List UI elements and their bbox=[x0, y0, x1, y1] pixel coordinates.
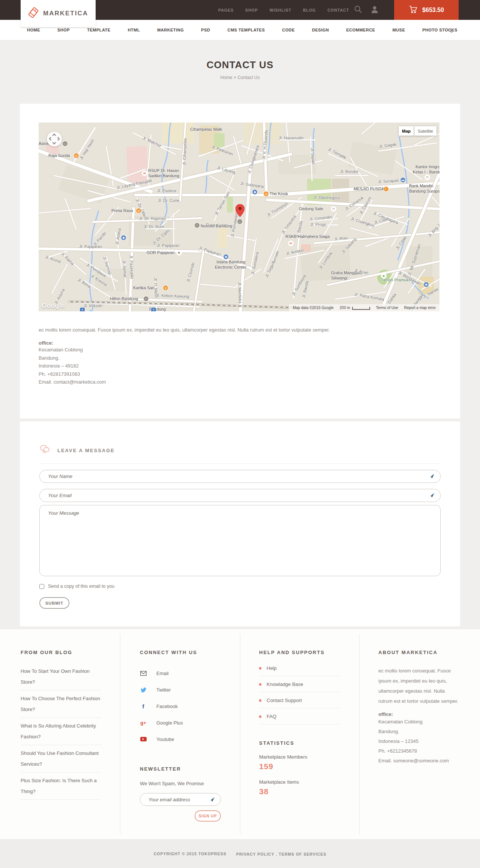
stat-label: Marketplace Items bbox=[259, 779, 340, 785]
map-label: MESJID PUSDAI bbox=[354, 187, 385, 191]
help-link-contact-support[interactable]: Contact Support bbox=[259, 697, 340, 708]
pan-right-icon[interactable] bbox=[56, 137, 60, 141]
report-error-link[interactable]: Report a map error bbox=[404, 306, 436, 310]
youtube-icon bbox=[140, 737, 147, 741]
divider bbox=[240, 634, 240, 835]
satellite-button[interactable]: Satellite bbox=[414, 126, 436, 136]
map-pan-control[interactable] bbox=[47, 131, 62, 146]
signup-button[interactable]: SIGN UP bbox=[195, 810, 221, 822]
main-nav-html[interactable]: HTML bbox=[128, 28, 140, 32]
social-facebook[interactable]: fFacebook bbox=[140, 698, 221, 714]
terms-of-services-link[interactable]: TERMS OF SERVICES bbox=[279, 852, 326, 856]
page: MARKETICA PAGESSHOPWISHLISTBLOGCONTACT $… bbox=[0, 0, 480, 868]
message-textarea[interactable] bbox=[39, 505, 441, 576]
top-nav-contact[interactable]: CONTACT bbox=[327, 8, 349, 12]
office-line: Email. contact@marketica.com bbox=[39, 378, 441, 386]
map-label: Kelas I - Bandung bbox=[413, 170, 440, 174]
about-line: Kecamatan Coblong bbox=[378, 717, 459, 727]
main-nav-template[interactable]: TEMPLATE bbox=[87, 28, 110, 32]
map-canvas[interactable]: Map Satellite Google Map data ©2015 Goog… bbox=[39, 123, 440, 311]
logo[interactable]: MARKETICA bbox=[21, 0, 96, 27]
map-marker-icon[interactable] bbox=[236, 204, 244, 218]
main-nav-design[interactable]: DESIGN bbox=[312, 28, 329, 32]
map-poi-shop-icon: ◆ bbox=[424, 282, 429, 287]
map-poi-bank-icon: ▬ bbox=[400, 178, 405, 182]
map-label: Jl. Industri bbox=[84, 303, 102, 308]
social-email[interactable]: Email bbox=[140, 665, 221, 681]
page-title: CONTACT US bbox=[0, 40, 480, 71]
map-label: Jl. Merdeka bbox=[237, 282, 243, 303]
newsletter-input[interactable] bbox=[140, 793, 221, 806]
pen-icon bbox=[429, 493, 435, 499]
send-copy-row: Send a copy of this email to you bbox=[39, 584, 441, 589]
help-link-knowladge-base[interactable]: Knowladge Base bbox=[259, 681, 340, 692]
map-label: Jl. Pasteur bbox=[157, 188, 177, 193]
map-label: Jl. Bondol bbox=[340, 169, 358, 174]
map-poi-rest-icon: ψ bbox=[74, 153, 79, 158]
blog-post-link[interactable]: How To Start Your Own Fashion Store? bbox=[21, 666, 102, 690]
email-input[interactable] bbox=[39, 489, 441, 502]
chevron-down-icon[interactable] bbox=[449, 28, 454, 34]
map-label: Gedung Sate bbox=[299, 206, 323, 211]
social-twitter[interactable]: Twitter bbox=[140, 681, 221, 698]
main-nav-ecommerce[interactable]: ECOMMERCE bbox=[346, 28, 375, 32]
breadcrumb-separator: > bbox=[234, 75, 236, 80]
map-label: Jl. Cihampelas bbox=[182, 138, 188, 166]
submit-button[interactable]: SUBMIT bbox=[39, 597, 69, 609]
terms-link[interactable]: Terms of Use bbox=[376, 306, 398, 310]
send-copy-label: Send a copy of this email to you bbox=[48, 584, 114, 589]
map-label: RSUP Dr. Hasan bbox=[148, 168, 179, 173]
pan-up-icon[interactable] bbox=[52, 134, 56, 137]
blog-post-link[interactable]: What is So Alluring About Celebrity Fash… bbox=[21, 720, 102, 745]
blog-post-link[interactable]: Plus Size Fashion: Is There Such a Thing… bbox=[21, 775, 102, 800]
send-copy-checkbox[interactable] bbox=[39, 584, 44, 589]
main-nav-muse[interactable]: MUSE bbox=[392, 28, 405, 32]
blog-post-link[interactable]: Should You Use Fashion Consultant Servic… bbox=[21, 748, 102, 772]
top-nav-pages[interactable]: PAGES bbox=[218, 8, 234, 12]
top-nav-blog[interactable]: BLOG bbox=[303, 8, 316, 12]
map-label: Hilton Bandung bbox=[110, 296, 138, 301]
about-line: Indonesia – 12345 bbox=[378, 737, 459, 746]
main-nav-marketing[interactable]: MARKETING bbox=[157, 28, 184, 32]
help-link-help[interactable]: Help bbox=[259, 665, 340, 676]
main-nav-code[interactable]: CODE bbox=[282, 28, 295, 32]
top-icons bbox=[354, 0, 379, 20]
help-link-faq[interactable]: FAQ bbox=[259, 713, 340, 725]
search-icon[interactable] bbox=[354, 5, 362, 15]
map-type-switcher: Map Satellite bbox=[399, 126, 436, 136]
map-poi-rest-icon: ψ bbox=[163, 285, 168, 290]
breadcrumb-home[interactable]: Home bbox=[220, 75, 232, 80]
pan-down-icon[interactable] bbox=[52, 141, 56, 145]
gplus-icon: g+ bbox=[140, 720, 147, 726]
top-nav-wishlist[interactable]: WISHLIST bbox=[270, 8, 291, 12]
cart-total: $653.50 bbox=[422, 7, 444, 13]
divider bbox=[39, 463, 441, 464]
office-label: office: bbox=[39, 340, 441, 346]
map-button[interactable]: Map bbox=[399, 126, 414, 136]
top-nav-shop[interactable]: SHOP bbox=[245, 8, 258, 12]
map-label: Jl. Hasanudin bbox=[279, 136, 304, 140]
cart-button[interactable]: $653.50 bbox=[394, 0, 459, 20]
name-input[interactable] bbox=[39, 470, 441, 483]
map-scale: 200 m bbox=[340, 306, 370, 310]
map-poi-train-icon: T bbox=[80, 308, 85, 311]
main-nav-home[interactable]: HOME bbox=[27, 28, 40, 32]
chat-bubbles-icon bbox=[39, 445, 51, 456]
office-address: Kecamatan CoblongBandung.Indonesia – 491… bbox=[39, 346, 441, 386]
map-label: Bandung Surapati bbox=[409, 189, 440, 193]
user-icon[interactable] bbox=[370, 5, 379, 15]
blog-post-link[interactable]: How To Choose The Perfect Fashion Store? bbox=[21, 693, 102, 718]
bullet-icon bbox=[259, 699, 261, 702]
office-line: Bandung. bbox=[39, 354, 441, 362]
privacy-policy-link[interactable]: PRIVACY POLICY bbox=[236, 852, 274, 856]
main-nav-psd[interactable]: PSD bbox=[201, 28, 210, 32]
map-label: Bank Mandiri bbox=[409, 184, 433, 188]
main-nav-shop[interactable]: SHOP bbox=[57, 28, 70, 32]
map-poi-hosp-icon: H bbox=[142, 171, 147, 176]
help-heading: HELP AND SUPPORTS bbox=[259, 650, 340, 655]
message-field-wrap bbox=[39, 505, 441, 578]
social-gplus[interactable]: g+Google Plus bbox=[140, 714, 221, 731]
social-youtube[interactable]: Youtube bbox=[140, 731, 221, 747]
main-nav-cms-templates[interactable]: CMS TEMPLATES bbox=[227, 28, 265, 32]
pan-left-icon[interactable] bbox=[49, 137, 53, 141]
